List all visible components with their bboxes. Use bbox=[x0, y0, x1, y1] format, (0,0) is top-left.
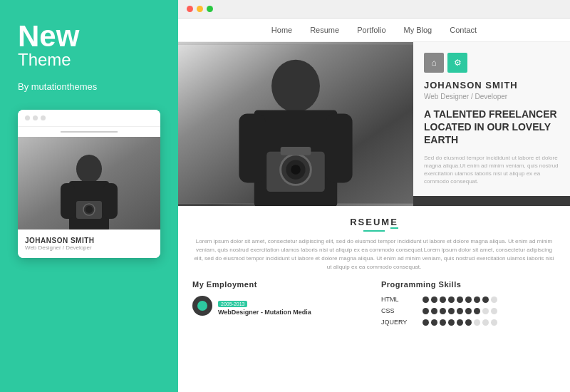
svg-rect-13 bbox=[239, 113, 265, 182]
skill-dot bbox=[448, 296, 455, 303]
person-name: JOHANSON SMITH bbox=[424, 80, 559, 91]
nav-home[interactable]: Home bbox=[271, 26, 292, 34]
emp-badge bbox=[192, 296, 212, 316]
mini-preview-card[interactable]: JOHANSON SMITH Web Designer / Developer bbox=[18, 110, 160, 258]
skill-dot bbox=[457, 319, 463, 326]
emp-badge-inner bbox=[197, 301, 207, 311]
skill-dot bbox=[465, 296, 472, 303]
hero-section: ⌂ ⚙ JOHANSON SMITH Web Designer / Develo… bbox=[178, 42, 570, 206]
by-text: By mutationthemes bbox=[18, 81, 97, 92]
skill-dot bbox=[474, 308, 480, 314]
mini-dot-1 bbox=[25, 115, 30, 120]
skills-heading: Programming Skills bbox=[381, 280, 556, 289]
nav-contact[interactable]: Contact bbox=[450, 26, 477, 34]
emp-role: WebDesigner - Mutation Media bbox=[218, 309, 367, 316]
nav-portfolio[interactable]: Portfolio bbox=[357, 26, 385, 34]
skill-dot bbox=[465, 319, 472, 326]
mini-titlebar bbox=[18, 110, 160, 127]
mini-nav-line bbox=[61, 131, 118, 133]
skill-html-name: HTML bbox=[381, 296, 417, 303]
browser-dot-yellow bbox=[197, 6, 203, 12]
browser-dot-red bbox=[187, 6, 193, 12]
skill-dot bbox=[448, 319, 455, 326]
nav-blog[interactable]: My Blog bbox=[404, 26, 432, 34]
skill-dot bbox=[474, 296, 480, 303]
person-title: Web Designer / Developer bbox=[424, 93, 559, 100]
svg-point-8 bbox=[86, 206, 93, 213]
hero-image bbox=[178, 42, 413, 206]
hero-info-top: ⌂ ⚙ JOHANSON SMITH Web Designer / Develo… bbox=[413, 42, 570, 196]
skill-dot bbox=[482, 296, 489, 303]
skill-dot bbox=[457, 308, 463, 314]
browser-dot-green bbox=[207, 6, 213, 12]
skill-dot-empty bbox=[491, 308, 497, 314]
skill-dot bbox=[423, 308, 429, 314]
skill-dot bbox=[423, 296, 429, 303]
hero-tagline: A TALENTED FREELANCERLOCATED IN OUR LOVE… bbox=[424, 108, 559, 147]
skill-dot bbox=[440, 308, 446, 314]
hero-info-bottom: Birthdate : 09/04/1982 Phone : +123-456-… bbox=[413, 196, 570, 206]
mini-dot-2 bbox=[33, 115, 38, 120]
browser-titlebar bbox=[178, 0, 570, 19]
skill-dot bbox=[440, 296, 446, 303]
hero-desc: Sed do eiusmod tempor incididunt ut labo… bbox=[424, 154, 559, 186]
skill-css-name: CSS bbox=[381, 307, 417, 314]
svg-rect-19 bbox=[281, 147, 311, 155]
svg-point-11 bbox=[271, 60, 320, 113]
employment-col: My Employment 2005-2013 WebDesigner - Mu… bbox=[192, 280, 367, 330]
resume-section-title: RSEUME bbox=[192, 217, 556, 232]
skill-dot bbox=[431, 308, 437, 314]
browser-window: Home Resume Portfolio My Blog Contact bbox=[178, 0, 570, 392]
left-panel: New Theme By mutationthemes bbox=[0, 0, 178, 392]
mini-hero-image bbox=[18, 137, 160, 229]
svg-rect-4 bbox=[61, 183, 75, 219]
theme-title: Theme bbox=[18, 51, 79, 68]
skill-dot bbox=[448, 308, 455, 314]
emp-years: 2005-2013 bbox=[218, 301, 247, 307]
emp-details: 2005-2013 WebDesigner - Mutation Media bbox=[218, 296, 367, 316]
mini-person-name: JOHANSON SMITH bbox=[25, 237, 153, 244]
skill-html: HTML bbox=[381, 296, 556, 303]
theme-badge: New Theme bbox=[18, 21, 79, 68]
skill-dot bbox=[431, 296, 437, 303]
new-title: New bbox=[18, 21, 79, 51]
skill-dot bbox=[465, 308, 472, 314]
svg-point-2 bbox=[76, 155, 102, 183]
right-panel: Home Resume Portfolio My Blog Contact bbox=[178, 0, 570, 392]
website-content: Home Resume Portfolio My Blog Contact bbox=[178, 19, 570, 392]
nav-resume[interactable]: Resume bbox=[310, 26, 339, 34]
settings-icon-btn[interactable]: ⚙ bbox=[447, 53, 467, 73]
resume-section: RSEUME Lorem ipsum dolor sit amet, conse… bbox=[178, 206, 570, 341]
mini-nav bbox=[18, 127, 160, 137]
site-nav: Home Resume Portfolio My Blog Contact bbox=[178, 19, 570, 42]
skill-jquery-name: JQUERY bbox=[381, 319, 417, 326]
mini-dot-3 bbox=[41, 115, 46, 120]
resume-text: Lorem ipsum dolor sit amet, consectetur … bbox=[192, 237, 556, 272]
skill-dot bbox=[440, 319, 446, 326]
mini-name-area: JOHANSON SMITH Web Designer / Developer bbox=[18, 229, 160, 258]
skill-dot bbox=[423, 319, 429, 326]
skill-html-dots bbox=[423, 296, 497, 303]
skill-css: CSS bbox=[381, 307, 556, 314]
two-col-layout: My Employment 2005-2013 WebDesigner - Mu… bbox=[192, 280, 556, 330]
skill-css-dots bbox=[423, 308, 497, 314]
employment-heading: My Employment bbox=[192, 280, 367, 289]
svg-point-18 bbox=[291, 165, 301, 175]
mini-person-subtitle: Web Designer / Developer bbox=[25, 244, 153, 251]
skills-col: Programming Skills HTML bbox=[381, 280, 556, 330]
skill-dot bbox=[431, 319, 437, 326]
skill-dot bbox=[457, 296, 463, 303]
skill-dot-empty bbox=[482, 308, 489, 314]
skill-dot-empty bbox=[482, 319, 489, 326]
hero-info: ⌂ ⚙ JOHANSON SMITH Web Designer / Develo… bbox=[413, 42, 570, 206]
svg-rect-14 bbox=[326, 113, 353, 182]
skill-dot-empty bbox=[491, 319, 497, 326]
home-icon-btn[interactable]: ⌂ bbox=[424, 53, 444, 73]
employment-item: 2005-2013 WebDesigner - Mutation Media bbox=[192, 296, 367, 316]
svg-rect-5 bbox=[103, 183, 118, 219]
skill-dot-empty bbox=[474, 319, 480, 326]
skill-dot-empty bbox=[491, 296, 497, 303]
skill-jquery-dots bbox=[423, 319, 497, 326]
skill-jquery: JQUERY bbox=[381, 319, 556, 326]
